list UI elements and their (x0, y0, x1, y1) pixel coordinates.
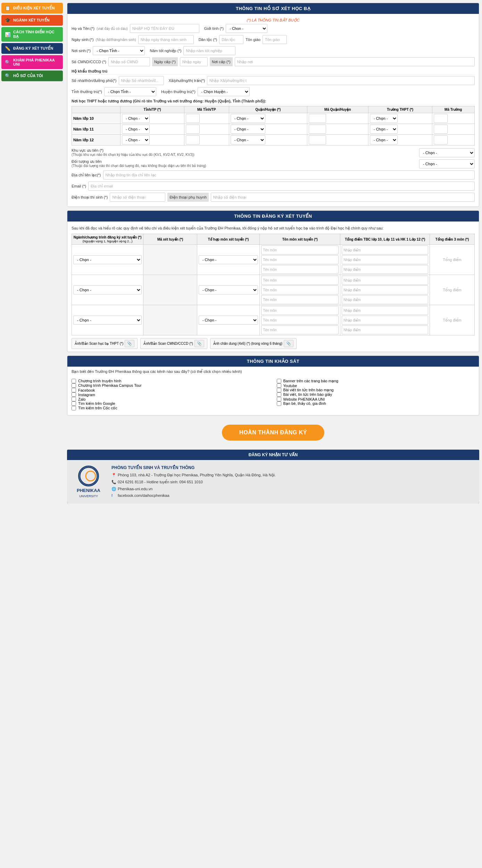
sidebar-item-cach-tinh[interactable]: 📊 CÁCH TÍNH ĐIỂM HỌC BẠ (1, 27, 63, 42)
sidebar-item-ho-so[interactable]: 🔍 HỒ SƠ CỦA TÔI (1, 70, 63, 81)
diem3-1-input[interactable] (342, 306, 428, 315)
nganh-select-1[interactable]: - Chọn - (73, 255, 142, 264)
doi-tuong-select[interactable]: - Chọn - (419, 159, 475, 168)
lop11-quan-select[interactable]: - Chọn - (231, 125, 265, 134)
huyen-select[interactable]: - Chọn Huyện - (198, 87, 250, 96)
ngay-cap-input[interactable] (180, 57, 208, 66)
ngay-sinh-input[interactable] (138, 35, 194, 44)
diem2-3-input[interactable] (342, 295, 428, 304)
lop10-ma-quan-input[interactable] (309, 114, 326, 123)
so-cmnd-input[interactable] (108, 57, 150, 66)
dia-chi-input[interactable] (103, 170, 475, 180)
mon3-2-input[interactable] (261, 316, 339, 325)
lop11-ma-truong[interactable] (432, 124, 474, 135)
nam-tot-nghiep-input[interactable] (183, 46, 235, 55)
lop12-quan-select[interactable]: - Chọn - (231, 135, 265, 144)
ho-ten-input[interactable] (130, 24, 199, 33)
survey-cb-zalo[interactable] (72, 397, 76, 401)
survey-cb-google[interactable] (72, 401, 76, 406)
khu-vuc-select[interactable]: - Chọn - KV1 KV2-NT KV2 KV3 (419, 148, 475, 157)
reg-tohop-3[interactable]: - Chọn - (197, 305, 259, 335)
lop12-truong-select[interactable]: - Chọn - (370, 135, 398, 144)
mon1-3-input[interactable] (261, 265, 339, 274)
mon1-1-input[interactable] (261, 245, 339, 254)
diem1-2-input[interactable] (342, 255, 428, 264)
upload-hoc-ba-btn[interactable]: 📎 (125, 340, 134, 347)
mon2-3-input[interactable] (261, 295, 339, 304)
submit-button[interactable]: HOÀN THÀNH ĐĂNG KÝ (222, 425, 324, 441)
survey-cb-ban-be[interactable] (277, 401, 281, 406)
reg-diem-3[interactable] (340, 305, 430, 335)
reg-nganh-2[interactable]: - Chọn - (72, 275, 143, 305)
reg-mon-2[interactable] (260, 275, 340, 305)
survey-cb-instagram[interactable] (72, 392, 76, 397)
dien-thoai-input[interactable] (110, 193, 165, 202)
survey-cb-youtube[interactable] (277, 383, 281, 388)
lop10-tinh[interactable]: - Chọn - (120, 113, 184, 124)
upload-cmnd-btn[interactable]: 📎 (194, 340, 204, 347)
nganh-select-3[interactable]: - Chọn - (73, 316, 142, 325)
lop12-tinh-select[interactable]: - Chọn - (122, 135, 150, 144)
diem1-1-input[interactable] (342, 245, 428, 254)
upload-anh-btn[interactable]: 📎 (284, 340, 293, 347)
mon3-1-input[interactable] (261, 306, 339, 315)
sidebar-item-dang-ky[interactable]: ✏️ ĐĂNG KÝ XÉT TUYỂN (1, 43, 63, 54)
ton-giao-input[interactable] (263, 35, 287, 44)
lop10-ma-tinh[interactable] (184, 113, 229, 124)
survey-cb-website[interactable] (277, 397, 281, 401)
dan-toc-input[interactable] (219, 35, 243, 44)
reg-nganh-3[interactable]: - Chọn - (72, 305, 143, 335)
tohop-select-1[interactable]: - Chọn - (199, 255, 258, 264)
mon2-1-input[interactable] (261, 276, 339, 285)
lop11-tinh[interactable]: - Chọn - (120, 124, 184, 135)
survey-cb-bao-giay[interactable] (277, 392, 281, 397)
diem2-1-input[interactable] (342, 276, 428, 285)
reg-mon-1[interactable] (260, 245, 340, 275)
lop10-quan[interactable]: - Chọn - (229, 113, 307, 124)
lop12-ma-tinh[interactable] (184, 135, 229, 145)
reg-diem-2[interactable] (340, 275, 430, 305)
lop11-ma-quan[interactable] (307, 124, 368, 135)
lop12-tinh[interactable]: - Chọn - (120, 135, 184, 145)
lop10-ma-quan[interactable] (307, 113, 368, 124)
survey-cb-campus-tour[interactable] (72, 383, 76, 388)
lop12-ma-quan[interactable] (307, 135, 368, 145)
lop10-ma-truong-input[interactable] (434, 114, 448, 123)
diem3-2-input[interactable] (342, 316, 428, 325)
lop10-ma-truong[interactable] (432, 113, 474, 124)
mon2-2-input[interactable] (261, 285, 339, 294)
lop11-ma-truong-input[interactable] (434, 125, 448, 134)
lop11-quan[interactable]: - Chọn - (229, 124, 307, 135)
lop10-tinh-select[interactable]: - Chọn - (122, 114, 150, 123)
reg-tohop-2[interactable]: - Chọn - (197, 275, 259, 305)
diem1-3-input[interactable] (342, 265, 428, 274)
lop12-truong[interactable]: - Chọn - (368, 135, 432, 145)
lop12-ma-tinh-input[interactable] (186, 135, 200, 144)
tohop-select-2[interactable]: - Chọn - (199, 285, 258, 294)
email-input[interactable] (88, 182, 475, 191)
tinh-select[interactable]: - Chọn Tỉnh - (104, 87, 156, 96)
diem2-2-input[interactable] (342, 285, 428, 294)
noi-cap-input[interactable] (235, 57, 475, 66)
mon1-2-input[interactable] (261, 255, 339, 264)
lop11-truong[interactable]: - Chọn - (368, 124, 432, 135)
survey-cb-facebook[interactable] (72, 388, 76, 392)
lop12-ma-truong-input[interactable] (434, 135, 448, 144)
gioi-tinh-select[interactable]: - Chon - Nam Nữ (226, 24, 267, 33)
reg-diem-1[interactable] (340, 245, 430, 275)
nganh-select-2[interactable]: - Chọn - (73, 285, 142, 294)
lop11-truong-select[interactable]: - Chọn - (370, 125, 398, 134)
reg-mon-3[interactable] (260, 305, 340, 335)
survey-cb-coccoc[interactable] (72, 406, 76, 410)
sidebar-item-nganh[interactable]: 🎓 NGÀNH XÉT TUYỂN (1, 15, 63, 26)
sidebar-item-kham-pha[interactable]: 🔍 KHÁM PHÁ PHENIKAA UNI (1, 55, 63, 69)
so-nha-input[interactable] (119, 76, 164, 85)
xa-phuong-input[interactable] (207, 76, 475, 85)
lop11-ma-tinh-input[interactable] (186, 125, 200, 134)
survey-cb-truyen-hinh[interactable] (72, 379, 76, 383)
sidebar-item-dieu-kien[interactable]: 📋 ĐIỀU KIỆN XÉT TUYỂN (1, 3, 63, 14)
survey-cb-banner[interactable] (277, 379, 281, 383)
tohop-select-3[interactable]: - Chọn - (199, 316, 258, 325)
lop10-truong[interactable]: - Chọn - (368, 113, 432, 124)
lop10-truong-select[interactable]: - Chọn - (370, 114, 398, 123)
